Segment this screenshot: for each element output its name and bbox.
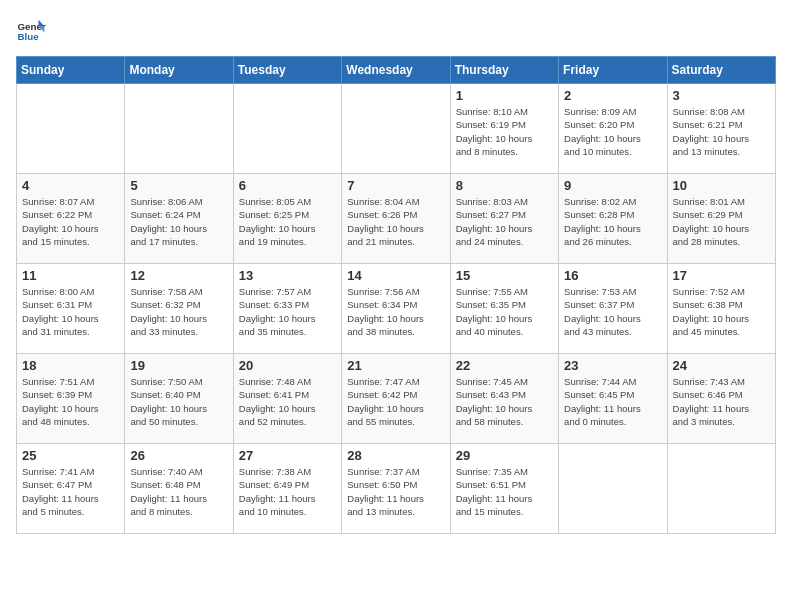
calendar-cell: 5Sunrise: 8:06 AM Sunset: 6:24 PM Daylig… — [125, 174, 233, 264]
calendar-cell: 3Sunrise: 8:08 AM Sunset: 6:21 PM Daylig… — [667, 84, 775, 174]
day-number: 11 — [22, 268, 119, 283]
day-info: Sunrise: 8:04 AM Sunset: 6:26 PM Dayligh… — [347, 195, 444, 248]
day-info: Sunrise: 8:05 AM Sunset: 6:25 PM Dayligh… — [239, 195, 336, 248]
day-info: Sunrise: 7:50 AM Sunset: 6:40 PM Dayligh… — [130, 375, 227, 428]
calendar-cell: 21Sunrise: 7:47 AM Sunset: 6:42 PM Dayli… — [342, 354, 450, 444]
day-number: 3 — [673, 88, 770, 103]
day-header-saturday: Saturday — [667, 57, 775, 84]
calendar-cell: 7Sunrise: 8:04 AM Sunset: 6:26 PM Daylig… — [342, 174, 450, 264]
day-header-wednesday: Wednesday — [342, 57, 450, 84]
calendar-cell: 29Sunrise: 7:35 AM Sunset: 6:51 PM Dayli… — [450, 444, 558, 534]
calendar-cell: 15Sunrise: 7:55 AM Sunset: 6:35 PM Dayli… — [450, 264, 558, 354]
day-info: Sunrise: 7:43 AM Sunset: 6:46 PM Dayligh… — [673, 375, 770, 428]
calendar-cell: 14Sunrise: 7:56 AM Sunset: 6:34 PM Dayli… — [342, 264, 450, 354]
day-info: Sunrise: 8:02 AM Sunset: 6:28 PM Dayligh… — [564, 195, 661, 248]
day-info: Sunrise: 7:44 AM Sunset: 6:45 PM Dayligh… — [564, 375, 661, 428]
day-number: 20 — [239, 358, 336, 373]
day-number: 28 — [347, 448, 444, 463]
day-info: Sunrise: 7:53 AM Sunset: 6:37 PM Dayligh… — [564, 285, 661, 338]
day-info: Sunrise: 7:38 AM Sunset: 6:49 PM Dayligh… — [239, 465, 336, 518]
calendar-cell: 23Sunrise: 7:44 AM Sunset: 6:45 PM Dayli… — [559, 354, 667, 444]
day-info: Sunrise: 7:57 AM Sunset: 6:33 PM Dayligh… — [239, 285, 336, 338]
calendar-cell: 16Sunrise: 7:53 AM Sunset: 6:37 PM Dayli… — [559, 264, 667, 354]
day-number: 18 — [22, 358, 119, 373]
day-info: Sunrise: 8:07 AM Sunset: 6:22 PM Dayligh… — [22, 195, 119, 248]
day-info: Sunrise: 7:37 AM Sunset: 6:50 PM Dayligh… — [347, 465, 444, 518]
calendar-cell: 22Sunrise: 7:45 AM Sunset: 6:43 PM Dayli… — [450, 354, 558, 444]
day-number: 2 — [564, 88, 661, 103]
day-info: Sunrise: 7:41 AM Sunset: 6:47 PM Dayligh… — [22, 465, 119, 518]
calendar-cell: 11Sunrise: 8:00 AM Sunset: 6:31 PM Dayli… — [17, 264, 125, 354]
calendar-week-4: 18Sunrise: 7:51 AM Sunset: 6:39 PM Dayli… — [17, 354, 776, 444]
day-info: Sunrise: 7:58 AM Sunset: 6:32 PM Dayligh… — [130, 285, 227, 338]
day-number: 25 — [22, 448, 119, 463]
calendar-cell: 8Sunrise: 8:03 AM Sunset: 6:27 PM Daylig… — [450, 174, 558, 264]
day-number: 27 — [239, 448, 336, 463]
calendar-cell: 19Sunrise: 7:50 AM Sunset: 6:40 PM Dayli… — [125, 354, 233, 444]
day-number: 14 — [347, 268, 444, 283]
calendar-cell: 13Sunrise: 7:57 AM Sunset: 6:33 PM Dayli… — [233, 264, 341, 354]
day-info: Sunrise: 8:09 AM Sunset: 6:20 PM Dayligh… — [564, 105, 661, 158]
calendar-cell: 24Sunrise: 7:43 AM Sunset: 6:46 PM Dayli… — [667, 354, 775, 444]
calendar-cell: 4Sunrise: 8:07 AM Sunset: 6:22 PM Daylig… — [17, 174, 125, 264]
calendar-cell: 20Sunrise: 7:48 AM Sunset: 6:41 PM Dayli… — [233, 354, 341, 444]
calendar-cell: 12Sunrise: 7:58 AM Sunset: 6:32 PM Dayli… — [125, 264, 233, 354]
calendar-cell: 17Sunrise: 7:52 AM Sunset: 6:38 PM Dayli… — [667, 264, 775, 354]
calendar-cell: 10Sunrise: 8:01 AM Sunset: 6:29 PM Dayli… — [667, 174, 775, 264]
day-number: 23 — [564, 358, 661, 373]
calendar-week-3: 11Sunrise: 8:00 AM Sunset: 6:31 PM Dayli… — [17, 264, 776, 354]
calendar-cell: 2Sunrise: 8:09 AM Sunset: 6:20 PM Daylig… — [559, 84, 667, 174]
calendar-cell: 1Sunrise: 8:10 AM Sunset: 6:19 PM Daylig… — [450, 84, 558, 174]
day-header-sunday: Sunday — [17, 57, 125, 84]
calendar-week-5: 25Sunrise: 7:41 AM Sunset: 6:47 PM Dayli… — [17, 444, 776, 534]
day-number: 6 — [239, 178, 336, 193]
calendar-cell: 25Sunrise: 7:41 AM Sunset: 6:47 PM Dayli… — [17, 444, 125, 534]
day-number: 4 — [22, 178, 119, 193]
day-number: 12 — [130, 268, 227, 283]
calendar-table: SundayMondayTuesdayWednesdayThursdayFrid… — [16, 56, 776, 534]
calendar-cell: 6Sunrise: 8:05 AM Sunset: 6:25 PM Daylig… — [233, 174, 341, 264]
day-number: 10 — [673, 178, 770, 193]
calendar-cell: 9Sunrise: 8:02 AM Sunset: 6:28 PM Daylig… — [559, 174, 667, 264]
day-header-monday: Monday — [125, 57, 233, 84]
day-number: 13 — [239, 268, 336, 283]
calendar-cell — [125, 84, 233, 174]
day-info: Sunrise: 8:01 AM Sunset: 6:29 PM Dayligh… — [673, 195, 770, 248]
day-header-thursday: Thursday — [450, 57, 558, 84]
day-info: Sunrise: 7:51 AM Sunset: 6:39 PM Dayligh… — [22, 375, 119, 428]
calendar-cell — [342, 84, 450, 174]
calendar-cell: 26Sunrise: 7:40 AM Sunset: 6:48 PM Dayli… — [125, 444, 233, 534]
day-info: Sunrise: 8:03 AM Sunset: 6:27 PM Dayligh… — [456, 195, 553, 248]
calendar-cell — [667, 444, 775, 534]
calendar-cell — [17, 84, 125, 174]
day-info: Sunrise: 7:45 AM Sunset: 6:43 PM Dayligh… — [456, 375, 553, 428]
day-number: 15 — [456, 268, 553, 283]
day-info: Sunrise: 7:47 AM Sunset: 6:42 PM Dayligh… — [347, 375, 444, 428]
day-info: Sunrise: 8:08 AM Sunset: 6:21 PM Dayligh… — [673, 105, 770, 158]
calendar-cell — [233, 84, 341, 174]
day-number: 29 — [456, 448, 553, 463]
day-number: 8 — [456, 178, 553, 193]
day-number: 9 — [564, 178, 661, 193]
logo-icon: General Blue — [16, 16, 46, 46]
day-info: Sunrise: 8:10 AM Sunset: 6:19 PM Dayligh… — [456, 105, 553, 158]
calendar-header: SundayMondayTuesdayWednesdayThursdayFrid… — [17, 57, 776, 84]
day-info: Sunrise: 7:56 AM Sunset: 6:34 PM Dayligh… — [347, 285, 444, 338]
day-header-friday: Friday — [559, 57, 667, 84]
calendar-week-2: 4Sunrise: 8:07 AM Sunset: 6:22 PM Daylig… — [17, 174, 776, 264]
day-info: Sunrise: 7:40 AM Sunset: 6:48 PM Dayligh… — [130, 465, 227, 518]
day-number: 17 — [673, 268, 770, 283]
day-info: Sunrise: 8:06 AM Sunset: 6:24 PM Dayligh… — [130, 195, 227, 248]
day-number: 1 — [456, 88, 553, 103]
page-header: General Blue — [16, 16, 776, 46]
day-number: 16 — [564, 268, 661, 283]
day-number: 22 — [456, 358, 553, 373]
day-number: 5 — [130, 178, 227, 193]
calendar-cell — [559, 444, 667, 534]
logo: General Blue — [16, 16, 50, 46]
day-number: 7 — [347, 178, 444, 193]
day-info: Sunrise: 7:35 AM Sunset: 6:51 PM Dayligh… — [456, 465, 553, 518]
calendar-cell: 18Sunrise: 7:51 AM Sunset: 6:39 PM Dayli… — [17, 354, 125, 444]
day-info: Sunrise: 8:00 AM Sunset: 6:31 PM Dayligh… — [22, 285, 119, 338]
calendar-cell: 28Sunrise: 7:37 AM Sunset: 6:50 PM Dayli… — [342, 444, 450, 534]
